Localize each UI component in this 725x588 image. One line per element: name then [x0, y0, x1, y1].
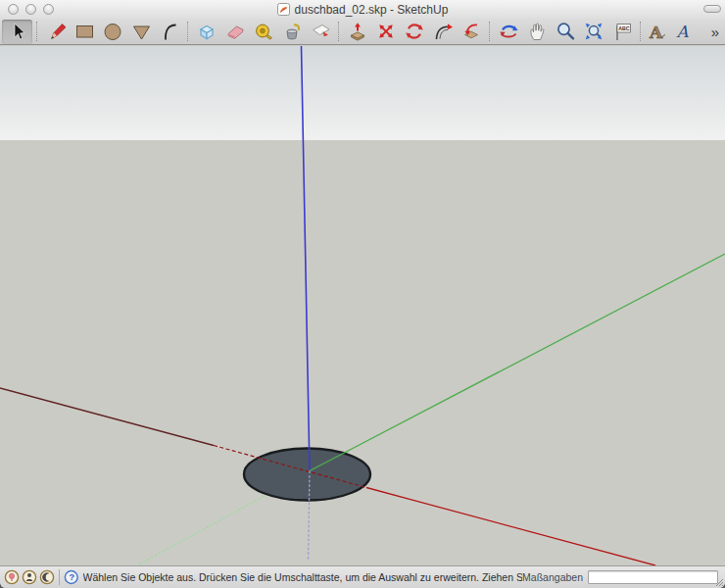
- rectangle-icon: [73, 21, 95, 42]
- toolbar: ABC A A »: [0, 19, 725, 45]
- select-tool-button[interactable]: [2, 20, 32, 44]
- zoom-magnifier-icon: [555, 21, 576, 42]
- polygon-icon: [130, 21, 152, 42]
- toolbar-separator: [187, 22, 188, 41]
- eraser-tool-button[interactable]: [220, 20, 249, 44]
- toolbar-separator: [36, 22, 37, 41]
- crescent-status-icon[interactable]: [39, 569, 55, 585]
- window-title: duschbad_02.skp - SketchUp: [295, 3, 449, 17]
- status-icons: [4, 569, 55, 585]
- eraser-icon: [224, 21, 246, 42]
- offset-tool-button[interactable]: [457, 20, 485, 44]
- tape-measure-icon: [253, 21, 274, 42]
- paint-bucket-tool-button[interactable]: [277, 20, 306, 44]
- zoom-extents-icon: [583, 21, 604, 42]
- make-component-tool-button[interactable]: [192, 20, 220, 44]
- polygon-tool-button[interactable]: [126, 20, 155, 44]
- move-icon: [375, 21, 397, 42]
- arc-tool-button[interactable]: [155, 20, 183, 44]
- push-pull-icon: [347, 21, 368, 42]
- model-viewport[interactable]: [0, 46, 725, 565]
- text-flag-icon: ABC: [611, 21, 633, 42]
- toolbar-toggle-button[interactable]: [703, 5, 721, 13]
- zoom-tool-button[interactable]: [551, 20, 579, 44]
- circle-face[interactable]: [244, 449, 370, 501]
- pencil-icon: [45, 21, 67, 42]
- circle-tool-button[interactable]: [98, 20, 126, 44]
- zoom-extents-tool-button[interactable]: [579, 20, 607, 44]
- text-tool-button[interactable]: ABC: [607, 20, 636, 44]
- titlebar[interactable]: duschbad_02.skp - SketchUp: [0, 0, 725, 19]
- pin-status-icon[interactable]: [4, 569, 20, 585]
- traffic-lights: [8, 4, 54, 15]
- sketchup-window: duschbad_02.skp - SketchUp: [0, 0, 725, 588]
- toolbar-separator: [640, 22, 641, 41]
- offset-icon: [460, 21, 482, 42]
- section-plane-icon: [310, 21, 331, 42]
- text-style-tool-button[interactable]: A: [670, 20, 696, 44]
- measurements-input[interactable]: [588, 570, 718, 584]
- select-cursor-icon: [7, 21, 28, 42]
- 3d-a-glyph: A: [649, 23, 663, 42]
- section-plane-tool-button[interactable]: [306, 20, 334, 44]
- document-icon[interactable]: [277, 3, 290, 16]
- tape-measure-tool-button[interactable]: [249, 20, 277, 44]
- italic-a-glyph: A: [676, 23, 690, 41]
- 3d-text-icon: A: [647, 21, 668, 42]
- person-status-icon[interactable]: [22, 569, 37, 585]
- scene-canvas: [0, 46, 725, 565]
- statusbar: ? Wählen Sie Objekte aus. Drücken Sie di…: [0, 565, 725, 588]
- abc-glyph: ABC: [618, 25, 629, 31]
- zoom-button[interactable]: [43, 4, 54, 15]
- component-cube-icon: [196, 21, 218, 42]
- paint-bucket-icon: [281, 21, 303, 42]
- orbit-tool-button[interactable]: [494, 20, 522, 44]
- measurements-label: Maßangaben: [522, 571, 588, 583]
- rectangle-tool-button[interactable]: [70, 20, 98, 44]
- statusbar-divider: [59, 569, 60, 585]
- ground-background: [0, 140, 725, 565]
- rotate-icon: [404, 21, 425, 42]
- help-icon[interactable]: ?: [64, 569, 79, 585]
- italic-a-icon: A: [672, 21, 694, 42]
- minimize-button[interactable]: [25, 4, 36, 15]
- pan-hand-icon: [526, 21, 548, 42]
- status-message: Wählen Sie Objekte aus. Drücken Sie die …: [83, 571, 523, 583]
- orbit-icon: [498, 21, 519, 42]
- rotate-tool-button[interactable]: [400, 20, 428, 44]
- pan-tool-button[interactable]: [522, 20, 551, 44]
- circle-icon: [102, 21, 123, 42]
- toolbar-separator: [338, 22, 339, 41]
- follow-me-tool-button[interactable]: [428, 20, 457, 44]
- toolbar-separator: [489, 22, 490, 41]
- follow-me-icon: [432, 21, 454, 42]
- move-tool-button[interactable]: [371, 20, 400, 44]
- arc-icon: [159, 21, 180, 42]
- line-tool-button[interactable]: [41, 20, 70, 44]
- push-pull-tool-button[interactable]: [343, 20, 371, 44]
- toolbar-overflow-chevron[interactable]: »: [711, 24, 719, 40]
- question-glyph: ?: [69, 572, 74, 582]
- sky-background: [0, 46, 725, 140]
- close-button[interactable]: [8, 4, 19, 15]
- 3d-text-tool-button[interactable]: A: [645, 20, 670, 44]
- resize-grip[interactable]: [715, 578, 724, 587]
- title-group: duschbad_02.skp - SketchUp: [277, 3, 449, 17]
